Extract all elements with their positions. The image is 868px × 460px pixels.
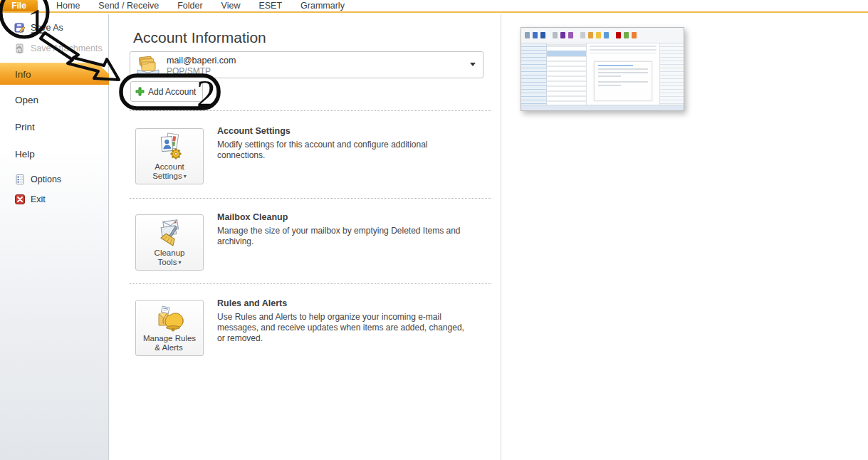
- add-account-button[interactable]: Add Account: [130, 81, 203, 102]
- account-email: mail@baperi.com: [167, 56, 236, 66]
- tab-home[interactable]: Home: [56, 1, 80, 11]
- account-settings-heading: Account Settings: [217, 126, 291, 136]
- account-settings-icon: [155, 132, 184, 162]
- thumbnail-letter: [594, 61, 652, 101]
- thumbnail-folder-pane: [521, 43, 547, 105]
- ribbon-tabs: Home Send / Receive Folder View ESET Gra…: [38, 0, 345, 11]
- tab-send-receive[interactable]: Send / Receive: [98, 1, 159, 11]
- account-selector-dropdown[interactable]: mail@baperi.com POP/SMTP: [130, 51, 483, 78]
- file-tab[interactable]: File: [0, 0, 38, 11]
- tab-view[interactable]: View: [221, 1, 241, 11]
- sidebar-item-save-as[interactable]: Save As: [14, 22, 63, 33]
- sidebar-item-help[interactable]: Help: [15, 149, 35, 160]
- account-protocol: POP/SMTP: [167, 66, 211, 76]
- thumbnail-selected-message: [547, 51, 586, 56]
- chevron-down-icon: [470, 63, 476, 66]
- rules-alerts-heading: Rules and Alerts: [217, 298, 287, 308]
- page-title: Account Information: [133, 29, 266, 46]
- thumbnail-ribbon: [521, 28, 684, 43]
- mailbox-cleanup-description: Manage the size of your mailbox by empty…: [217, 226, 468, 247]
- account-settings-button[interactable]: Account Settings▾: [135, 128, 204, 184]
- rules-alerts-description: Use Rules and Alerts to help organize yo…: [217, 312, 468, 344]
- thumbnail-status-bar: [521, 105, 684, 110]
- content-divider: [501, 14, 501, 460]
- sidebar-item-label: Options: [31, 174, 61, 184]
- thumbnail-calendar-pane: [660, 43, 684, 105]
- dropdown-caret-icon: ▾: [178, 258, 181, 267]
- sidebar-item-info[interactable]: Info: [0, 63, 109, 85]
- manage-rules-alerts-button-label: Manage Rules & Alerts: [143, 334, 196, 352]
- add-plus-icon: [135, 87, 145, 96]
- sidebar-item-label: Save As: [31, 23, 63, 33]
- section-divider: [130, 283, 491, 284]
- rules-alerts-icon: [155, 304, 184, 334]
- tab-eset[interactable]: ESET: [258, 1, 282, 11]
- thumbnail-reading-pane: [587, 43, 660, 105]
- exit-icon: [14, 194, 26, 205]
- sidebar-item-open[interactable]: Open: [15, 95, 38, 105]
- sidebar-item-print[interactable]: Print: [15, 122, 35, 132]
- save-attachments-icon: [14, 43, 26, 54]
- mailbox-cleanup-heading: Mailbox Cleanup: [217, 212, 288, 222]
- sidebar-item-options[interactable]: Options: [14, 174, 61, 185]
- sidebar-item-label: Exit: [31, 194, 46, 204]
- tab-folder[interactable]: Folder: [177, 1, 202, 11]
- cleanup-tools-icon: [155, 219, 184, 249]
- cleanup-tools-button-label: Cleanup Tools▾: [155, 249, 185, 268]
- menu-bar: File Home Send / Receive Folder View ESE…: [0, 0, 868, 13]
- thumbnail-body: [521, 43, 684, 105]
- sidebar-item-exit[interactable]: Exit: [14, 194, 46, 205]
- sidebar-item-label: Save Attachments: [31, 43, 103, 53]
- save-as-icon: [14, 22, 26, 33]
- account-folders-icon: [135, 54, 162, 77]
- outlook-window-preview-thumbnail: [521, 27, 684, 111]
- manage-rules-alerts-button[interactable]: Manage Rules & Alerts: [135, 300, 204, 356]
- account-settings-description: Modify settings for this account and con…: [217, 140, 468, 161]
- backstage-sidebar: Save As Save Attachments Info Open Print…: [0, 14, 109, 460]
- sidebar-item-label: Info: [15, 69, 31, 80]
- account-settings-button-label: Account Settings▾: [152, 162, 187, 182]
- options-icon: [14, 174, 26, 185]
- tab-grammarly[interactable]: Grammarly: [300, 1, 345, 11]
- dropdown-caret-icon: ▾: [184, 172, 187, 181]
- section-divider: [130, 198, 491, 199]
- cleanup-tools-button[interactable]: Cleanup Tools▾: [135, 214, 204, 271]
- add-account-label: Add Account: [148, 87, 196, 97]
- section-divider: [130, 110, 491, 111]
- thumbnail-message-list: [547, 43, 587, 105]
- sidebar-item-save-attachments: Save Attachments: [14, 43, 103, 54]
